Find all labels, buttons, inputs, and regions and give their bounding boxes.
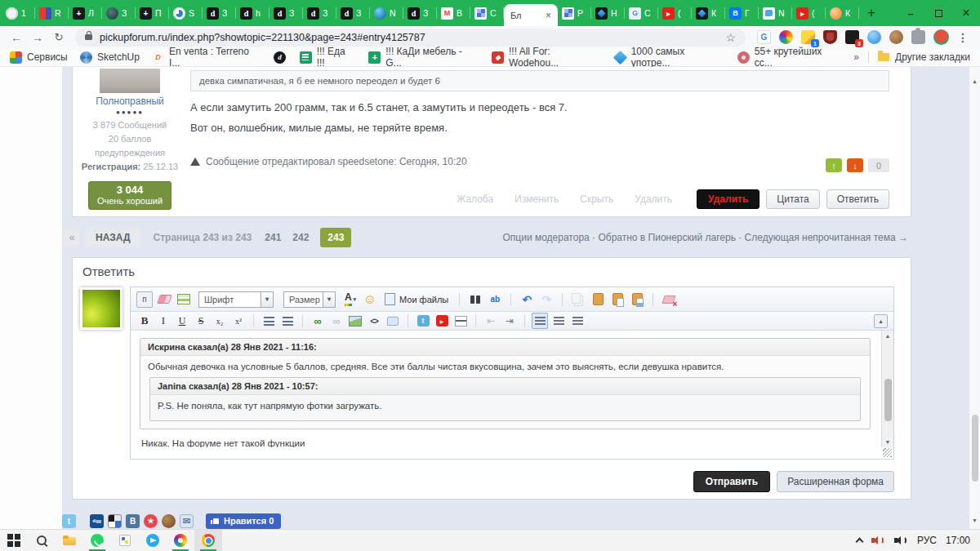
post-action-link[interactable]: Скрыть <box>580 193 613 205</box>
close-tab-icon[interactable]: × <box>546 11 551 20</box>
cookie-extension-icon[interactable] <box>889 30 903 44</box>
resize-handle[interactable] <box>131 447 893 459</box>
notes-extension-icon[interactable]: 1 <box>801 30 815 44</box>
bookmark-item[interactable]: Сервисы <box>10 51 66 64</box>
browser-tab[interactable]: З <box>403 0 437 26</box>
new-tab-button[interactable]: + <box>861 2 882 24</box>
paste-text-icon[interactable] <box>609 291 626 308</box>
toolbar-separator[interactable] <box>459 293 460 306</box>
python-app-icon[interactable] <box>111 530 139 551</box>
browser-tab[interactable]: П <box>136 0 169 26</box>
tray-chevron-icon[interactable] <box>855 538 863 546</box>
translate-extension-icon[interactable] <box>757 30 771 44</box>
browser-tab[interactable]: Н <box>591 0 625 26</box>
email-share-icon[interactable] <box>180 514 194 528</box>
post-action-link[interactable]: Жалоба <box>457 193 493 205</box>
font-color-icon[interactable]: A <box>342 291 359 308</box>
delicious-share-icon[interactable] <box>108 514 122 528</box>
vote-up-button[interactable] <box>826 158 842 172</box>
source-toggle-icon[interactable]: п <box>136 291 153 308</box>
url-text[interactable]: pickupforum.ru/index.php?showtopic=22113… <box>100 32 425 43</box>
chevron-down-icon[interactable] <box>323 292 335 307</box>
toolbar-separator[interactable] <box>475 314 476 327</box>
active-tab[interactable]: Бл × <box>504 4 558 26</box>
toolbar-separator[interactable] <box>510 293 511 306</box>
language-indicator[interactable]: РУС <box>917 535 937 546</box>
image-icon[interactable] <box>347 313 363 329</box>
post-action-link[interactable]: Изменить <box>514 193 559 205</box>
browser-tab[interactable]: С <box>470 0 504 26</box>
scroll-up-icon[interactable] <box>972 72 978 87</box>
bookmark-star-icon[interactable] <box>725 30 736 45</box>
browser-tab[interactable]: S <box>169 0 203 26</box>
moderator-link[interactable]: Следующая непрочитанная тема → <box>738 232 908 243</box>
scroll-down-icon[interactable] <box>885 437 891 447</box>
link-icon[interactable]: ∞ <box>310 313 326 329</box>
scroll-down-icon[interactable] <box>972 511 978 526</box>
browser-tab[interactable]: h <box>236 0 270 26</box>
font-select[interactable]: Шрифт <box>198 291 274 308</box>
bookmark-item[interactable]: 1000 самых употре... <box>614 46 724 69</box>
browser-tab[interactable]: З <box>336 0 370 26</box>
browser-tab[interactable]: З <box>203 0 236 26</box>
paste-word-icon[interactable] <box>629 291 645 308</box>
bullet-list-icon[interactable] <box>261 313 277 329</box>
moderator-link[interactable]: Обратно в Пионерский лагерь <box>592 232 736 243</box>
browser-tab[interactable]: B <box>437 0 470 26</box>
superscript-icon[interactable]: x² <box>230 313 247 329</box>
clock[interactable]: 17:00 <box>946 535 970 546</box>
browser-menu-icon[interactable] <box>957 30 969 45</box>
spoiler-icon[interactable] <box>452 313 469 329</box>
subscript-icon[interactable]: x₂ <box>212 313 228 329</box>
copy-icon[interactable] <box>570 291 586 308</box>
numbered-list-icon[interactable] <box>279 313 296 329</box>
minimize-button[interactable] <box>897 0 924 26</box>
browser-tab[interactable]: С <box>625 0 658 26</box>
bold-icon[interactable]: B <box>136 313 153 329</box>
telegram-icon[interactable] <box>139 530 167 551</box>
code-icon[interactable]: <> <box>366 313 382 329</box>
toolbar-separator[interactable] <box>524 314 525 327</box>
forward-button[interactable] <box>28 28 47 47</box>
browser-tab[interactable]: ( <box>792 0 826 26</box>
colorwheel-extension-icon[interactable] <box>779 30 793 44</box>
profile-avatar[interactable] <box>933 29 949 45</box>
align-center-icon[interactable] <box>550 313 567 329</box>
bookmark-item[interactable]: !!! КаДи мебель - G... <box>368 46 478 69</box>
my-files-icon[interactable]: Мои файлы <box>381 291 452 308</box>
browser-tab[interactable]: З <box>102 0 136 26</box>
quote-button[interactable]: Цитата <box>766 189 819 209</box>
browser-tab[interactable]: З <box>270 0 303 26</box>
chevron-down-icon[interactable] <box>261 292 273 307</box>
size-select[interactable]: Размер <box>283 291 336 308</box>
avatar[interactable] <box>100 69 160 93</box>
twitter-share-icon[interactable] <box>62 514 76 528</box>
file-explorer-icon[interactable] <box>56 530 83 551</box>
browser-tab[interactable]: К <box>826 0 859 26</box>
emoticon-icon[interactable]: ☺ <box>362 291 378 308</box>
twitter-embed-icon[interactable] <box>415 313 431 329</box>
bookmark-item[interactable]: En venta : Terreno I... <box>152 46 260 69</box>
water-drop-extension-icon[interactable] <box>867 30 881 44</box>
vote-down-button[interactable] <box>847 158 863 172</box>
align-right-icon[interactable] <box>569 313 586 329</box>
facebook-like-button[interactable]: Нравится 0 <box>206 513 281 529</box>
template-icon[interactable] <box>176 291 192 308</box>
browser-tab[interactable]: R <box>35 0 69 26</box>
paste-icon[interactable] <box>590 291 606 308</box>
other-bookmarks-button[interactable]: Другие закладки <box>878 51 970 63</box>
bookmark-share-icon[interactable] <box>162 514 176 528</box>
browser-tab[interactable]: ( <box>658 0 692 26</box>
reply-button[interactable]: Ответить <box>826 189 889 209</box>
search-icon[interactable] <box>467 291 483 308</box>
page-link[interactable]: 241 <box>265 232 281 243</box>
my-avatar[interactable] <box>82 290 120 327</box>
maximize-button[interactable] <box>924 0 952 26</box>
scrollbar-thumb[interactable] <box>884 379 892 421</box>
start-button[interactable] <box>0 530 28 551</box>
scroll-up-icon[interactable] <box>885 331 891 341</box>
advanced-form-button[interactable]: Расширенная форма <box>777 471 894 492</box>
remove-format-icon[interactable] <box>661 291 677 308</box>
redo-icon[interactable]: ↷ <box>538 291 555 308</box>
address-bar[interactable]: pickupforum.ru/index.php?showtopic=22113… <box>75 29 746 47</box>
